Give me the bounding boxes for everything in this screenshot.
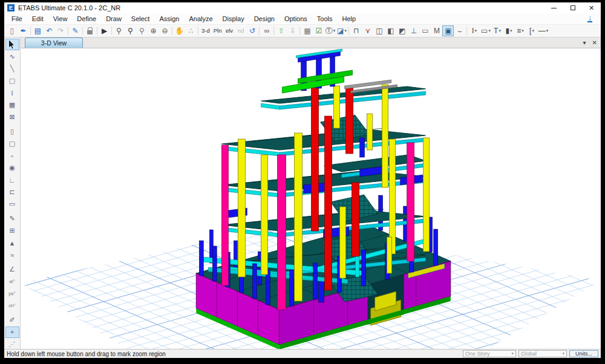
middle-region: ∿╲▢I▦⊠▯▢▫◉∟⊏▭✎⊞▲≈∠al°ps°ch°✐⌖⋰ 3-D View … xyxy=(4,37,601,349)
menu-define[interactable]: Define xyxy=(72,13,101,24)
restore-full-view-icon[interactable]: ⚲ xyxy=(125,25,136,36)
draw-reference-point-icon[interactable]: ✎ xyxy=(5,213,19,224)
menu-view[interactable]: View xyxy=(48,13,73,24)
undo-icon[interactable]: ↶ xyxy=(44,25,55,36)
menu-edit[interactable]: Edit xyxy=(27,13,48,24)
section-tendon-dropdown[interactable]: —▾ xyxy=(537,25,549,36)
etabs-logo-icon: E xyxy=(7,4,15,11)
section-rebar-dropdown[interactable]: ≡▾ xyxy=(514,25,526,36)
draw-poly-floor-icon[interactable]: ▫ xyxy=(5,150,19,161)
tab-close-icon[interactable]: ✕ xyxy=(592,39,597,46)
orbit-3d-icon[interactable]: ∴ xyxy=(185,25,197,36)
draw-rect-floor-icon[interactable]: ▢ xyxy=(5,138,19,149)
snap-strike-icon[interactable]: ✐ xyxy=(5,314,19,326)
pan-icon[interactable]: ✋ xyxy=(174,25,185,36)
draw-reference-plane-icon[interactable]: ≈ xyxy=(5,249,19,261)
save-model-icon[interactable]: ▤ xyxy=(32,25,44,36)
story-dropdown[interactable]: One Story ▾ xyxy=(463,350,516,357)
draw-wall-icon[interactable]: M xyxy=(431,25,442,36)
draw-joint-icon[interactable]: ╲ xyxy=(5,63,19,74)
quick-draw-beams-icon[interactable]: ◫ xyxy=(373,25,385,36)
section-rect-dropdown[interactable]: ▭▾ xyxy=(480,25,491,36)
named-display-button[interactable]: nd xyxy=(235,25,246,36)
select-pointer-icon[interactable] xyxy=(5,39,19,50)
draw-braces-icon[interactable]: ⊠ xyxy=(5,111,19,123)
menu-analyze[interactable]: Analyze xyxy=(184,13,217,24)
snap-tangent-icon[interactable]: ch° xyxy=(5,300,19,311)
active-draw-tool-icon[interactable]: ▣ xyxy=(442,25,454,36)
chevron-down-icon: ▾ xyxy=(499,28,501,33)
section-wide-flange-dropdown[interactable]: ▮▾ xyxy=(503,25,514,36)
minimize-button[interactable] xyxy=(544,2,563,13)
rubber-band-zoom-icon[interactable]: ⚲ xyxy=(113,25,125,36)
quick-draw-wall-icon[interactable]: ⊏ xyxy=(5,186,19,198)
draw-special-joint-icon[interactable]: ⋎ xyxy=(362,25,373,36)
snap-perpendicular-icon[interactable]: ps° xyxy=(5,288,19,299)
quick-draw-frame-icon[interactable]: I xyxy=(5,87,19,99)
frame-pin-icon[interactable]: ⊥ xyxy=(408,25,419,36)
close-button[interactable]: ✕ xyxy=(582,2,601,13)
display-options-icon[interactable]: ∞ xyxy=(261,25,272,36)
rotate-view-icon[interactable]: ↺ xyxy=(246,25,258,36)
menu-design[interactable]: Design xyxy=(249,13,280,24)
snap-parallel-icon[interactable]: al° xyxy=(5,276,19,287)
menu-display[interactable]: Display xyxy=(218,13,249,24)
draw-secondary-beams-icon[interactable]: ▦ xyxy=(5,99,19,111)
similar-stories-icon[interactable]: ▦ xyxy=(301,25,313,36)
draw-door-icon[interactable]: ▭ xyxy=(5,198,19,210)
view-3d-button[interactable]: 3-d xyxy=(200,25,212,36)
tab-3d-view[interactable]: 3-D View xyxy=(25,37,83,48)
run-analysis-icon[interactable]: ▶ xyxy=(99,25,110,36)
draw-shell-icon[interactable]: ⌣ xyxy=(454,25,465,36)
snap-nearest-icon[interactable]: ⋰ xyxy=(5,339,19,349)
draw-dimension-icon[interactable]: ▲ xyxy=(5,237,19,249)
menu-file[interactable]: File xyxy=(7,13,27,24)
previous-zoom-icon[interactable]: ⚲ xyxy=(136,25,148,36)
model-canvas[interactable] xyxy=(21,48,601,349)
coordinate-system-dropdown[interactable]: Global ▾ xyxy=(518,350,567,357)
section-channel-dropdown[interactable]: [▾ xyxy=(526,25,537,36)
view-plan-button[interactable]: Pln xyxy=(212,25,224,36)
quick-draw-columns-icon[interactable]: ◧ xyxy=(385,25,396,36)
edit-grid-icon[interactable]: ⊞ xyxy=(5,225,19,236)
menu-options[interactable]: Options xyxy=(280,13,312,24)
zoom-out-icon[interactable]: ⊖ xyxy=(159,25,171,36)
tab-list-dropdown-icon[interactable]: ▾ xyxy=(583,39,586,46)
snap-angle-icon[interactable]: ∠ xyxy=(5,264,19,275)
toolbar-separator xyxy=(172,27,172,35)
snap-intersection-icon[interactable]: ⌖ xyxy=(5,327,19,338)
menu-tools[interactable]: Tools xyxy=(312,13,338,24)
menu-help[interactable]: Help xyxy=(338,13,361,24)
undeformed-shape-dropdown[interactable]: Ⓣ▾ xyxy=(324,25,336,36)
lock-model-icon[interactable] xyxy=(84,25,96,36)
model-download-icon[interactable]: ↓ xyxy=(587,15,592,22)
new-model-icon[interactable]: ▯ xyxy=(6,25,18,36)
menu-draw[interactable]: Draw xyxy=(101,13,126,24)
move-up-list-icon[interactable]: ⇧ xyxy=(275,25,287,36)
draw-floor-icon[interactable]: ▭ xyxy=(419,25,431,36)
minimize-icon xyxy=(551,8,557,8)
draw-frame-icon[interactable]: ▢ xyxy=(5,75,19,86)
status-message: Hold down left mouse button and drag to … xyxy=(7,351,166,357)
draw-braces-icon[interactable]: ◩ xyxy=(396,25,408,36)
reshape-object-icon[interactable]: ∿ xyxy=(5,51,19,62)
redo-icon[interactable]: ↷ xyxy=(55,25,67,36)
view-cube-dropdown[interactable]: ◪▾ xyxy=(336,25,347,36)
section-I-dropdown[interactable]: I▾ xyxy=(468,25,480,36)
open-model-icon[interactable]: ✒ xyxy=(18,25,29,36)
units-button[interactable]: Units... xyxy=(569,350,598,357)
zoom-in-icon[interactable]: ⊕ xyxy=(148,25,159,36)
draw-floor-icon[interactable]: ▯ xyxy=(5,126,19,137)
menu-assign[interactable]: Assign xyxy=(154,13,184,24)
draw-frame-icon[interactable]: ⊓ xyxy=(350,25,362,36)
menu-select[interactable]: Select xyxy=(126,13,155,24)
toolbar-separator xyxy=(259,27,260,35)
draw-opening-icon[interactable]: ◉ xyxy=(5,162,19,174)
pen-annotate-icon[interactable]: ✎ xyxy=(70,25,81,36)
object-display-checkbox-icon[interactable]: ☑ xyxy=(313,25,324,36)
move-down-list-icon[interactable]: ⇩ xyxy=(287,25,298,36)
view-elevation-button[interactable]: elv xyxy=(223,25,235,36)
section-T-dropdown[interactable]: T▾ xyxy=(491,25,503,36)
restore-button[interactable] xyxy=(563,2,582,13)
draw-wall-icon[interactable]: ∟ xyxy=(5,174,19,186)
